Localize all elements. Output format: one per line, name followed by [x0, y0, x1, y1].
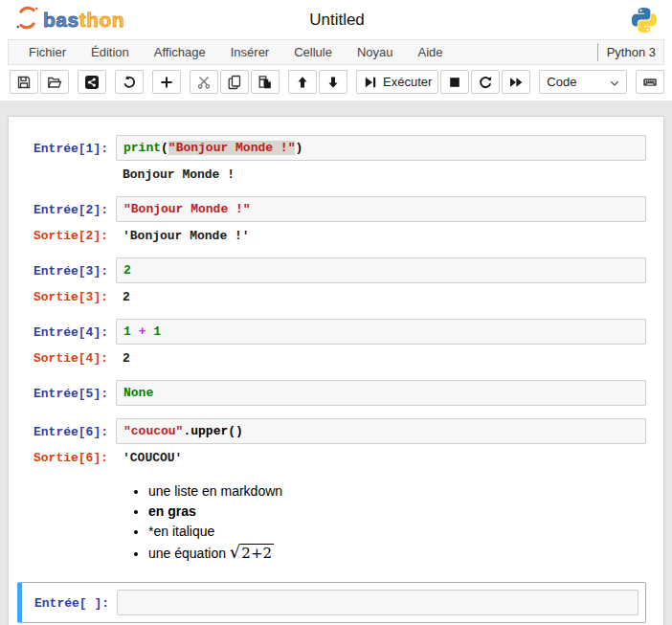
run-icon — [363, 75, 378, 90]
toolbar-group — [288, 70, 347, 94]
code-cell[interactable]: Entrée[4]:1 + 1Sortie[4]:2 — [16, 319, 646, 368]
code-cell[interactable]: Entrée[6]:"coucou".upper()Sortie[6]:'COU… — [16, 418, 646, 467]
toolbar-group — [115, 70, 144, 94]
add-cell-button[interactable] — [152, 70, 181, 94]
input-prompt: Entrée[ ]: — [22, 590, 117, 611]
markdown-list-item: en gras — [148, 502, 640, 522]
code-input[interactable]: "coucou".upper() — [116, 418, 646, 444]
code-input[interactable]: 2 — [116, 257, 646, 283]
run-all-button[interactable] — [502, 70, 530, 94]
output-prompt-empty — [16, 161, 116, 167]
menu-cellule[interactable]: Cellule — [281, 41, 345, 63]
cut-cell-button[interactable] — [190, 70, 218, 94]
cell-output: 2 — [116, 283, 646, 306]
code-cell[interactable]: Entrée[ ]: — [17, 582, 646, 623]
markdown-list-item: une liste en markdown — [148, 481, 640, 502]
toolbar-group — [152, 70, 181, 94]
restart-icon — [478, 75, 493, 90]
toolbar-group — [10, 70, 69, 94]
code-cell[interactable]: Entrée[5]:None — [16, 380, 646, 406]
input-prompt: Entrée[5]: — [16, 380, 116, 401]
input-prompt: Entrée[4]: — [16, 319, 116, 340]
save-icon — [16, 75, 32, 90]
code-input[interactable]: print("Bonjour Monde !") — [116, 135, 646, 161]
cell-type-select[interactable]: Code — [539, 70, 627, 94]
code-cell[interactable]: Entrée[3]:2Sortie[3]:2 — [16, 257, 646, 306]
stop-button[interactable] — [440, 70, 469, 94]
toolbar-group: Code — [539, 70, 627, 94]
toolbar-group — [190, 70, 280, 94]
menu-items: FichierÉditionAffichageInsérerCelluleNoy… — [16, 41, 456, 63]
move-cell-down-button[interactable] — [319, 70, 347, 94]
math-expression: √2+2 — [230, 545, 274, 562]
input-prompt: Entrée[2]: — [16, 196, 116, 217]
paste-cell-button[interactable] — [251, 70, 280, 94]
copy-cell-button[interactable] — [220, 70, 249, 94]
input-prompt: Entrée[1]: — [16, 135, 116, 156]
cell-output: 2 — [116, 345, 646, 368]
save-button[interactable] — [10, 70, 38, 94]
undo-button[interactable] — [115, 70, 144, 94]
keyboard-icon — [642, 75, 658, 90]
toolbar-group — [636, 70, 664, 94]
stop-icon — [447, 75, 462, 90]
code-input[interactable] — [117, 590, 638, 615]
cell-type-value: Code — [547, 75, 576, 89]
menu-fichier[interactable]: Fichier — [16, 41, 78, 63]
input-prompt: Entrée[3]: — [16, 257, 116, 279]
keyboard-shortcuts-button[interactable] — [636, 70, 664, 94]
basthon-circle-icon — [15, 6, 39, 33]
menu-edition[interactable]: Édition — [78, 41, 142, 63]
markdown-list-item: *en italique — [148, 522, 640, 542]
run-button[interactable]: Exécuter — [356, 70, 438, 94]
plus-icon — [159, 75, 174, 90]
share-icon — [84, 75, 100, 90]
cell-output: 'COUCOU' — [116, 444, 646, 467]
toolbar: ExécuterCode — [0, 65, 672, 100]
markdown-rendered: une liste en markdownen gras*en italique… — [116, 480, 646, 569]
input-prompt: Entrée[6]: — [16, 418, 116, 439]
kernel-indicator[interactable]: Python 3 — [597, 43, 658, 61]
undo-icon — [122, 75, 137, 90]
open-button[interactable] — [40, 70, 69, 94]
menu-aide[interactable]: Aide — [406, 41, 456, 63]
basthon-app: basthon Untitled FichierÉditionAffichage… — [0, 0, 672, 625]
output-prompt: Sortie[2]: — [16, 222, 116, 243]
toolbar-group — [78, 70, 106, 94]
markdown-cell[interactable]: une liste en markdownen gras*en italique… — [16, 480, 646, 569]
menubar: FichierÉditionAffichageInsérerCelluleNoy… — [8, 39, 664, 65]
output-prompt: Sortie[6]: — [16, 444, 116, 465]
code-cell[interactable]: Entrée[1]:print("Bonjour Monde !")Bonjou… — [16, 135, 646, 184]
code-cell[interactable]: Entrée[2]:"Bonjour Monde !"Sortie[2]:'Bo… — [16, 196, 646, 245]
menu-inserer[interactable]: Insérer — [218, 41, 281, 63]
output-prompt: Sortie[3]: — [16, 283, 116, 304]
menu-affichage[interactable]: Affichage — [142, 41, 218, 63]
notebook-area: Entrée[1]:print("Bonjour Monde !")Bonjou… — [0, 100, 672, 625]
restart-kernel-button[interactable] — [471, 70, 500, 94]
code-input[interactable]: 1 + 1 — [116, 319, 646, 345]
menu-noyau[interactable]: Noyau — [345, 41, 406, 63]
chevron-down-icon — [609, 78, 620, 89]
output-prompt: Sortie[4]: — [16, 345, 116, 366]
header: basthon Untitled — [0, 0, 672, 39]
code-input[interactable]: None — [116, 380, 646, 406]
toolbar-group: Exécuter — [356, 70, 530, 94]
cut-icon — [196, 75, 212, 90]
basthon-logo[interactable]: basthon — [15, 6, 159, 33]
cell-output: 'Bonjour Monde !' — [116, 222, 646, 245]
move-cell-up-button[interactable] — [288, 70, 317, 94]
share-button[interactable] — [78, 70, 106, 94]
basthon-wordmark: basthon — [43, 10, 124, 30]
cell-output: Bonjour Monde ! — [116, 161, 646, 184]
markdown-list-item: une équation √2+2 — [148, 542, 640, 564]
copy-icon — [227, 75, 242, 90]
code-input[interactable]: "Bonjour Monde !" — [116, 196, 646, 222]
notebook: Entrée[1]:print("Bonjour Monde !")Bonjou… — [8, 116, 664, 625]
paste-icon — [258, 75, 273, 90]
open-folder-icon — [47, 75, 62, 90]
notebook-title[interactable]: Untitled — [159, 11, 515, 30]
fast-forward-icon — [508, 75, 524, 90]
arrow-down-icon — [325, 75, 341, 90]
arrow-up-icon — [295, 75, 310, 90]
python-logo-icon — [515, 6, 659, 34]
